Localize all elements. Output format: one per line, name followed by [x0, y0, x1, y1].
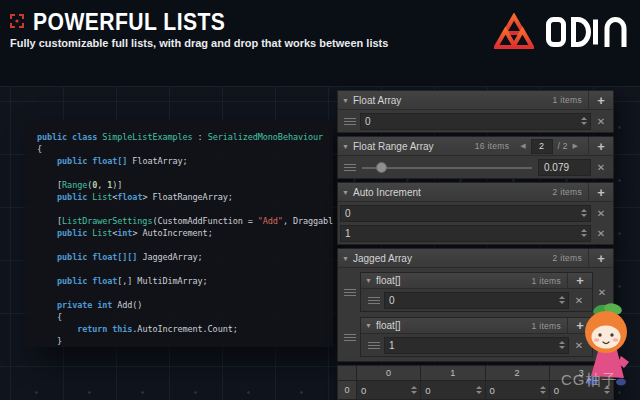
stepper-down-icon[interactable]	[581, 122, 587, 125]
value-stepper[interactable]	[558, 293, 566, 308]
drag-handle-icon[interactable]	[364, 297, 384, 304]
nested-list: ▼float[]1 items+1✕	[360, 317, 593, 357]
code-token: public class	[37, 132, 102, 142]
stepper-up-icon[interactable]	[411, 386, 417, 389]
slider-knob[interactable]	[376, 162, 387, 173]
list-header[interactable]: ▼Float Array1 items+	[338, 91, 613, 110]
foldout-triangle-icon[interactable]: ▼	[361, 277, 376, 284]
list-header[interactable]: ▼Float Range Array16 items◀2/ 2▶+	[338, 137, 613, 156]
foldout-triangle-icon[interactable]: ▼	[338, 97, 353, 104]
field-value: 1	[345, 228, 351, 239]
drag-handle-icon[interactable]	[340, 118, 360, 125]
stepper-down-icon[interactable]	[411, 391, 417, 394]
odin-wordmark: ODIN	[546, 17, 630, 51]
add-item-button[interactable]: +	[588, 91, 613, 109]
foldout-triangle-icon[interactable]: ▼	[338, 255, 353, 262]
stepper-up-icon[interactable]	[559, 296, 565, 299]
list-body: 0.079✕	[338, 156, 613, 178]
remove-item-button[interactable]: ✕	[593, 287, 611, 298]
table-cell-field[interactable]: 0	[357, 381, 421, 400]
list-header[interactable]: ▼Auto Increment2 items+	[338, 183, 613, 202]
value-stepper[interactable]	[539, 381, 547, 399]
field-value: 0	[365, 116, 371, 127]
inspector-section: ▼Auto Increment2 items+0✕1✕	[337, 182, 614, 245]
code-line: {	[37, 143, 333, 155]
value-field[interactable]: 0	[360, 113, 591, 130]
nested-list-header[interactable]: ▼float[]1 items+	[361, 318, 592, 334]
page-number-field[interactable]: 2	[531, 139, 553, 154]
code-token: JaggedArray;	[142, 252, 202, 262]
list-header[interactable]: ▼Jagged Array2 items+	[338, 249, 613, 268]
list-label: Jagged Array	[353, 253, 412, 264]
code-token: SimpleListExamples	[102, 132, 192, 142]
stepper-up-icon[interactable]	[540, 386, 546, 389]
value-field[interactable]: 0	[340, 205, 591, 222]
code-token: .AutoIncrement.Count;	[132, 324, 237, 334]
page-prev-button[interactable]: ◀	[515, 142, 530, 150]
slider-track[interactable]	[362, 167, 532, 169]
remove-item-button[interactable]: ✕	[591, 208, 611, 219]
code-token	[37, 156, 57, 166]
stepper-down-icon[interactable]	[476, 391, 482, 394]
nested-list-row: ▼float[]1 items+0✕✕	[340, 272, 611, 312]
code-token	[37, 276, 57, 286]
remove-item-button[interactable]: ✕	[591, 162, 611, 173]
stepper-up-icon[interactable]	[559, 341, 565, 344]
code-token: :	[193, 132, 208, 142]
value-stepper[interactable]	[580, 206, 588, 221]
nested-list-body: 1✕	[361, 334, 592, 356]
drag-handle-icon[interactable]	[364, 342, 384, 349]
drag-handle-icon[interactable]	[340, 164, 360, 171]
stepper-down-icon[interactable]	[581, 234, 587, 237]
stepper-up-icon[interactable]	[581, 117, 587, 120]
nested-list-body: 0✕	[361, 289, 592, 311]
stepper-up-icon[interactable]	[581, 229, 587, 232]
value-field[interactable]: 0	[384, 292, 569, 309]
code-token: "Add"	[258, 216, 283, 226]
item-count: 2 items	[553, 253, 583, 263]
add-item-button[interactable]: +	[567, 273, 592, 288]
value-field[interactable]: 1	[340, 225, 591, 242]
code-line: public List<int> AutoIncrement;	[37, 227, 333, 239]
stepper-up-icon[interactable]	[581, 209, 587, 212]
foldout-triangle-icon[interactable]: ▼	[361, 322, 376, 329]
value-stepper[interactable]	[410, 381, 418, 399]
slider-value-field[interactable]: 0.079	[538, 159, 591, 176]
stepper-down-icon[interactable]	[559, 346, 565, 349]
stepper-down-icon[interactable]	[540, 391, 546, 394]
value-field[interactable]: 1	[384, 337, 569, 354]
drag-handle-icon[interactable]	[340, 289, 360, 296]
table-cell-field[interactable]: 0	[421, 381, 485, 400]
value-stepper[interactable]	[558, 338, 566, 353]
drag-handle-icon[interactable]	[340, 334, 360, 341]
code-line: public float[][] JaggedArray;	[37, 251, 333, 263]
foldout-triangle-icon[interactable]: ▼	[338, 189, 353, 196]
remove-item-button[interactable]: ✕	[591, 228, 611, 239]
nested-list-header[interactable]: ▼float[]1 items+	[361, 273, 592, 289]
add-item-button[interactable]: +	[588, 249, 613, 267]
add-item-button[interactable]: +	[588, 183, 613, 201]
code-line	[37, 203, 333, 215]
code-line: public class SimpleListExamples : Serial…	[37, 131, 333, 143]
list-item-row: 1✕	[340, 224, 611, 242]
page-next-button[interactable]: ▶	[568, 142, 583, 150]
remove-item-button[interactable]: ✕	[591, 116, 611, 127]
value-stepper[interactable]	[580, 114, 588, 129]
code-line: private int Add()	[37, 299, 333, 311]
stepper-down-icon[interactable]	[559, 301, 565, 304]
stepper-up-icon[interactable]	[476, 386, 482, 389]
list-item-row: 0✕	[340, 204, 611, 222]
code-line: public List<float> FloatRangeArray;	[37, 191, 333, 203]
table-row-header: 0	[337, 381, 357, 400]
stepper-down-icon[interactable]	[581, 214, 587, 217]
item-count: 2 items	[553, 187, 583, 197]
value-stepper[interactable]	[475, 381, 483, 399]
table-cell-field[interactable]: 0	[486, 381, 550, 400]
foldout-triangle-icon[interactable]: ▼	[338, 143, 353, 150]
code-token: SerializedMonoBehaviour	[208, 132, 323, 142]
code-line	[37, 287, 333, 299]
add-item-button[interactable]: +	[588, 137, 613, 155]
value-stepper[interactable]	[580, 226, 588, 241]
range-slider[interactable]	[362, 160, 532, 175]
code-token: int	[117, 228, 132, 238]
